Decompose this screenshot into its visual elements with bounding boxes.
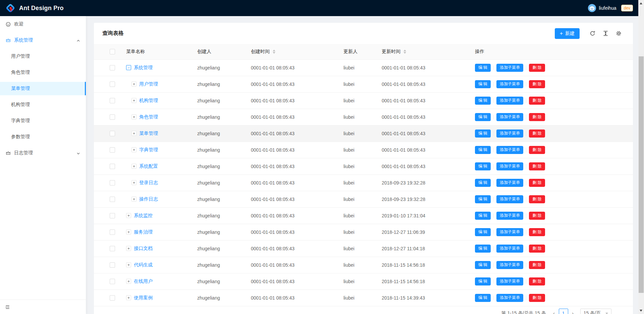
menu-name-link[interactable]: 系统监控 xyxy=(134,213,153,218)
menu-name-link[interactable]: 代码生成 xyxy=(134,262,153,267)
expand-toggle[interactable]: + xyxy=(126,279,131,284)
add-child-button[interactable]: 添加子菜单 xyxy=(496,212,523,220)
expand-toggle[interactable]: + xyxy=(131,180,137,185)
delete-button[interactable]: 删 除 xyxy=(529,261,545,269)
page-size-select[interactable]: 15 条/页 xyxy=(580,309,611,314)
edit-button[interactable]: 编 辑 xyxy=(475,129,491,138)
logo-area[interactable]: Ant Design Pro xyxy=(6,3,64,13)
prev-page-button[interactable]: ‹ xyxy=(549,309,559,314)
add-child-button[interactable]: 添加子菜单 xyxy=(496,294,523,302)
expand-toggle[interactable]: + xyxy=(131,114,137,119)
expand-toggle[interactable]: + xyxy=(131,131,137,136)
sidebar-item-param-mgmt[interactable]: 参数管理 xyxy=(0,130,86,144)
sidebar-item-menu-mgmt[interactable]: 菜单管理 xyxy=(0,82,86,95)
menu-name-link[interactable]: 用户管理 xyxy=(139,81,158,87)
expand-toggle[interactable]: + xyxy=(131,147,137,152)
edit-button[interactable]: 编 辑 xyxy=(475,212,491,220)
add-child-button[interactable]: 添加子菜单 xyxy=(496,113,523,121)
expand-toggle[interactable]: + xyxy=(131,82,137,87)
row-checkbox[interactable] xyxy=(110,262,115,268)
edit-button[interactable]: 编 辑 xyxy=(475,294,491,302)
menu-name-link[interactable]: 系统管理 xyxy=(134,65,153,70)
sorter-icon[interactable] xyxy=(404,50,406,54)
sidebar-item-org-mgmt[interactable]: 机构管理 xyxy=(0,98,86,111)
edit-button[interactable]: 编 辑 xyxy=(475,179,491,187)
expand-toggle[interactable]: − xyxy=(126,65,131,70)
menu-name-link[interactable]: 机构管理 xyxy=(139,98,158,103)
expand-toggle[interactable]: + xyxy=(131,164,137,169)
delete-button[interactable]: 删 除 xyxy=(529,195,545,203)
sidebar-item-dict-mgmt[interactable]: 字典管理 xyxy=(0,114,86,127)
add-child-button[interactable]: 添加子菜单 xyxy=(496,195,523,203)
row-checkbox[interactable] xyxy=(110,82,115,87)
column-height-icon[interactable] xyxy=(603,31,608,36)
sidebar-item-role-mgmt[interactable]: 角色管理 xyxy=(0,66,86,79)
edit-button[interactable]: 编 辑 xyxy=(475,228,491,236)
edit-button[interactable]: 编 辑 xyxy=(475,277,491,285)
menu-name-link[interactable]: 角色管理 xyxy=(139,114,158,119)
sidebar-item-user-mgmt[interactable]: 用户管理 xyxy=(0,50,86,63)
sidebar-item-welcome[interactable]: 欢迎 xyxy=(0,17,86,31)
row-checkbox[interactable] xyxy=(110,98,115,103)
sorter-icon[interactable] xyxy=(273,50,275,54)
edit-button[interactable]: 编 辑 xyxy=(475,245,491,253)
expand-toggle[interactable]: + xyxy=(126,229,131,234)
menu-name-link[interactable]: 操作日志 xyxy=(139,196,158,202)
username[interactable]: liufeihua xyxy=(599,5,616,11)
row-checkbox[interactable] xyxy=(110,131,115,136)
row-checkbox[interactable] xyxy=(110,295,115,301)
column-header-created[interactable]: 创建时间 xyxy=(246,44,338,59)
expand-toggle[interactable]: + xyxy=(126,262,131,267)
add-child-button[interactable]: 添加子菜单 xyxy=(496,162,523,170)
row-checkbox[interactable] xyxy=(110,197,115,202)
expand-toggle[interactable]: + xyxy=(126,246,131,251)
delete-button[interactable]: 删 除 xyxy=(529,162,545,170)
edit-button[interactable]: 编 辑 xyxy=(475,80,491,88)
delete-button[interactable]: 删 除 xyxy=(529,64,545,72)
next-page-button[interactable]: › xyxy=(568,309,578,314)
expand-toggle[interactable]: + xyxy=(126,295,131,300)
delete-button[interactable]: 删 除 xyxy=(529,245,545,253)
delete-button[interactable]: 删 除 xyxy=(529,228,545,236)
menu-name-link[interactable]: 接口文档 xyxy=(134,246,153,251)
delete-button[interactable]: 删 除 xyxy=(529,277,545,285)
menu-name-link[interactable]: 使用案例 xyxy=(134,295,153,300)
add-child-button[interactable]: 添加子菜单 xyxy=(496,97,523,105)
delete-button[interactable]: 删 除 xyxy=(529,179,545,187)
expand-toggle[interactable]: + xyxy=(126,213,131,218)
row-checkbox[interactable] xyxy=(110,180,115,186)
user-avatar[interactable] xyxy=(588,4,596,12)
delete-button[interactable]: 删 除 xyxy=(529,129,545,138)
edit-button[interactable]: 编 辑 xyxy=(475,64,491,72)
delete-button[interactable]: 删 除 xyxy=(529,294,545,302)
edit-button[interactable]: 编 辑 xyxy=(475,113,491,121)
sidebar-group-logs[interactable]: 日志管理 xyxy=(0,146,86,160)
select-all-checkbox[interactable] xyxy=(110,49,115,54)
edit-button[interactable]: 编 辑 xyxy=(475,195,491,203)
add-child-button[interactable]: 添加子菜单 xyxy=(496,228,523,236)
menu-name-link[interactable]: 服务治理 xyxy=(134,229,153,234)
row-checkbox[interactable] xyxy=(110,229,115,235)
row-checkbox[interactable] xyxy=(110,65,115,70)
expand-toggle[interactable]: + xyxy=(131,98,137,103)
menu-name-link[interactable]: 登录日志 xyxy=(139,180,158,185)
edit-button[interactable]: 编 辑 xyxy=(475,146,491,154)
add-child-button[interactable]: 添加子菜单 xyxy=(496,261,523,269)
menu-name-link[interactable]: 字典管理 xyxy=(139,147,158,152)
scrollbar-thumb[interactable] xyxy=(639,56,644,293)
add-child-button[interactable]: 添加子菜单 xyxy=(496,129,523,138)
row-checkbox[interactable] xyxy=(110,114,115,120)
edit-button[interactable]: 编 辑 xyxy=(475,261,491,269)
new-button[interactable]: + 新建 xyxy=(555,28,580,39)
add-child-button[interactable]: 添加子菜单 xyxy=(496,80,523,88)
edit-button[interactable]: 编 辑 xyxy=(475,162,491,170)
settings-gear-icon[interactable] xyxy=(616,31,622,36)
scroll-up-arrow-icon[interactable] xyxy=(640,2,642,4)
delete-button[interactable]: 删 除 xyxy=(529,80,545,88)
menu-name-link[interactable]: 菜单管理 xyxy=(139,130,158,136)
column-header-updated[interactable]: 更新时间 xyxy=(376,44,470,59)
menu-name-link[interactable]: 系统配置 xyxy=(139,163,158,169)
scroll-down-arrow-icon[interactable] xyxy=(640,310,642,312)
current-page-button[interactable]: 1 xyxy=(559,309,568,314)
row-checkbox[interactable] xyxy=(110,164,115,169)
